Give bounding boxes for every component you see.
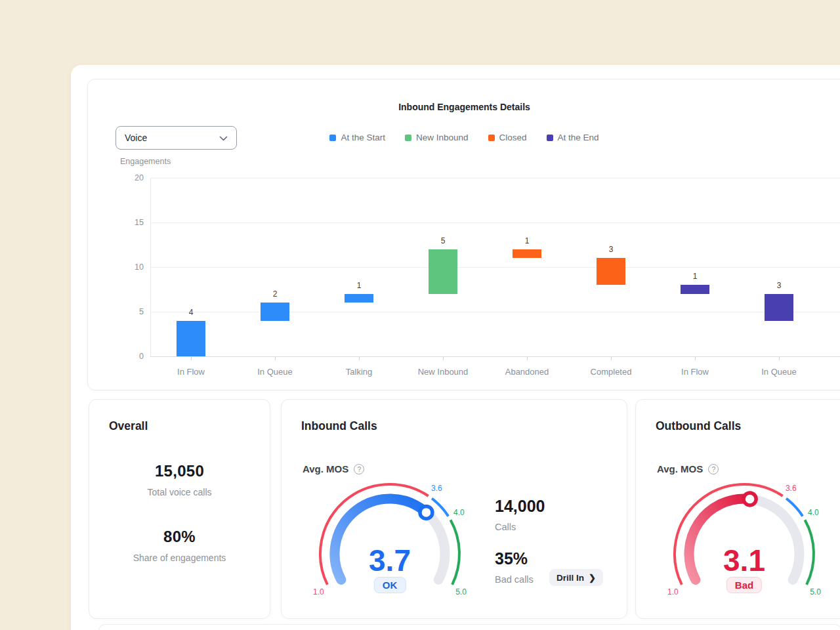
y-tick-label: 10 [121, 262, 144, 272]
inbound-calls-count-label: Calls [495, 522, 516, 532]
legend-swatch [488, 135, 495, 141]
y-axis-title: Engagements [120, 157, 171, 166]
x-category-label: In Queue [740, 367, 818, 377]
bar-value-label: 4 [171, 308, 211, 317]
gauge-knob[interactable] [420, 506, 432, 518]
inbound-calls-card: Inbound Calls Avg. MOS ? 1.03.64.05.03.7… [281, 399, 627, 619]
legend-item-at-the-start[interactable]: At the Start [329, 133, 385, 142]
help-icon[interactable]: ? [708, 464, 719, 474]
drill-in-button[interactable]: Drill In ❯ [549, 569, 603, 586]
bar-value-label: 5 [423, 236, 463, 245]
gauge-status-badge: OK [374, 577, 406, 593]
bad-calls-label: Bad calls [495, 574, 534, 585]
inbound-engagements-card: Inbound Engagements Details Voice At the… [87, 79, 840, 390]
total-voice-calls-label: Total voice calls [89, 487, 270, 497]
bar-in-queue[interactable] [261, 303, 289, 320]
legend-label: At the End [558, 133, 599, 142]
x-category-label: Abandoned [488, 367, 566, 377]
gauge-tick-label: 5.0 [810, 587, 821, 597]
share-of-engagements-value: 80% [89, 528, 270, 546]
gauge-segment [805, 520, 814, 585]
waterfall-chart-plot: 051015204In Flow2In Queue1Talking5New In… [88, 178, 840, 356]
drill-in-label: Drill In [556, 573, 584, 583]
x-category-label: In Queue [236, 367, 314, 377]
gauge-tick-label: 4.0 [453, 508, 465, 517]
gauge-tick-label: 3.6 [786, 484, 797, 493]
share-of-engagements-label: Share of engagements [89, 553, 270, 563]
x-axis-tick [275, 357, 276, 360]
legend-label: Closed [499, 133, 527, 142]
bar-abandoned[interactable] [513, 249, 541, 259]
bar-in-flow[interactable] [177, 321, 205, 356]
gridline [150, 267, 840, 268]
y-tick-label: 15 [121, 218, 144, 227]
x-axis-tick [359, 357, 360, 360]
x-category-label: Talking [320, 367, 398, 377]
x-category-label: Completed [572, 367, 650, 377]
bar-value-label: 1 [507, 236, 547, 245]
legend-swatch [329, 135, 336, 141]
legend-label: At the Start [341, 133, 385, 142]
bar-value-label: 3 [591, 245, 631, 254]
x-category-label: In Flow [656, 367, 734, 377]
gauge-knob[interactable] [744, 493, 756, 505]
outbound-calls-card: Outbound Calls Avg. MOS ? 1.03.64.05.03.… [635, 399, 840, 619]
inbound-calls-title: Inbound Calls [301, 419, 377, 433]
gauge-tick-label: 1.0 [667, 587, 679, 597]
gauge-tick-label: 1.0 [313, 587, 324, 597]
outbound-mos-gauge: 1.03.64.05.03.1Bad [652, 482, 836, 603]
x-category-label: New Inbound [404, 367, 482, 377]
total-voice-calls-value: 15,050 [89, 462, 270, 480]
outbound-calls-title: Outbound Calls [656, 419, 741, 433]
chart-legend: At the StartNew InboundClosedAt the End [88, 133, 840, 142]
bar-value-label: 1 [675, 272, 715, 281]
x-axis-tick [443, 357, 444, 360]
gauge-tick-label: 5.0 [455, 587, 467, 597]
gridline [150, 222, 840, 223]
chart-title: Inbound Engagements Details [88, 102, 840, 112]
legend-label: New Inbound [416, 133, 469, 142]
bar-value-label: 2 [255, 289, 295, 299]
x-axis-tick [527, 357, 528, 360]
bar-talking[interactable] [345, 294, 373, 303]
y-tick-label: 0 [121, 352, 144, 361]
x-category-label: In Flow [152, 367, 230, 377]
gauge-tick-label: 3.6 [431, 484, 442, 493]
bar-new-inbound[interactable] [429, 249, 457, 294]
total-voice-calls-metric: 15,050 Total voice calls [89, 462, 270, 497]
legend-item-at-the-end[interactable]: At the End [547, 133, 599, 142]
legend-item-closed[interactable]: Closed [488, 133, 527, 142]
overall-card: Overall 15,050 Total voice calls 80% Sha… [89, 399, 270, 619]
avg-mos-text: Avg. MOS [303, 463, 348, 474]
bar-in-flow[interactable] [681, 285, 709, 294]
bad-calls-percent: 35% [495, 549, 528, 568]
next-row-card-edge [98, 624, 840, 630]
inbound-mos-gauge: 1.03.64.05.03.7OK [298, 482, 482, 603]
help-icon[interactable]: ? [354, 464, 364, 474]
legend-swatch [547, 135, 553, 141]
bar-value-label: 3 [759, 281, 799, 290]
x-axis-tick [191, 357, 192, 360]
outbound-avg-mos-label: Avg. MOS ? [657, 463, 719, 474]
y-tick-label: 20 [121, 173, 144, 182]
overall-card-title: Overall [109, 419, 148, 433]
gauge-value: 3.1 [723, 543, 765, 578]
legend-item-new-inbound[interactable]: New Inbound [405, 133, 469, 142]
bar-in-queue[interactable] [765, 294, 793, 321]
gauge-value: 3.7 [369, 543, 411, 578]
gauge-status-badge: Bad [726, 577, 762, 593]
inbound-calls-count: 14,000 [495, 497, 545, 516]
x-axis-tick [779, 357, 780, 360]
share-of-engagements-metric: 80% Share of engagements [89, 528, 270, 563]
inbound-avg-mos-label: Avg. MOS ? [303, 463, 364, 474]
x-axis-line [150, 356, 840, 357]
gauge-segment [451, 520, 459, 585]
bar-completed[interactable] [597, 258, 625, 285]
avg-mos-text: Avg. MOS [657, 463, 703, 474]
x-axis-tick [611, 357, 612, 360]
bar-value-label: 1 [339, 281, 379, 290]
y-tick-label: 5 [121, 307, 144, 316]
gridline [150, 178, 840, 178]
chevron-right-icon: ❯ [589, 574, 596, 582]
legend-swatch [405, 135, 411, 141]
